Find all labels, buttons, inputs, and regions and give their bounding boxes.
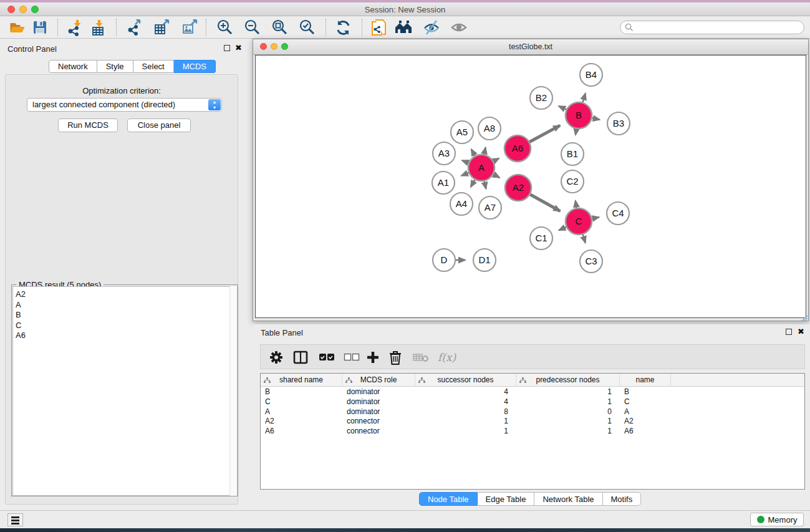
- edge-C-C1[interactable]: [559, 227, 566, 230]
- delete-column-icon[interactable]: [389, 348, 402, 367]
- edge-C-C4[interactable]: [592, 217, 599, 218]
- control-tab-style[interactable]: Style: [97, 60, 133, 73]
- network-canvas[interactable]: AA1A2A3A4A5A6A7A8BB1B2B3B4CC1C2C3C4DD1: [255, 55, 806, 318]
- table-cell[interactable]: A: [261, 407, 342, 417]
- table-tab-network-table[interactable]: Network Table: [534, 492, 602, 506]
- edge-B-B1[interactable]: [576, 129, 577, 135]
- save-session-icon[interactable]: [30, 18, 50, 37]
- table-row[interactable]: Bdominator41B: [261, 387, 804, 397]
- table-tab-node-table[interactable]: Node Table: [419, 492, 478, 506]
- show-columns-icon[interactable]: [293, 348, 308, 367]
- graph-node-C[interactable]: C: [566, 208, 592, 235]
- graph-node-A3[interactable]: A3: [433, 142, 455, 165]
- close-table-panel-icon[interactable]: ✖: [798, 329, 804, 335]
- graph-node-B2[interactable]: B2: [530, 87, 552, 109]
- zoom-selected-icon[interactable]: [297, 18, 317, 37]
- table-cell[interactable]: dominator: [342, 387, 415, 397]
- mcds-result-item[interactable]: C: [16, 321, 237, 331]
- network-window-titlebar[interactable]: testGlobe.txt: [253, 39, 808, 55]
- edge-A-A7[interactable]: [485, 181, 486, 188]
- delete-table-icon[interactable]: [413, 348, 429, 367]
- edge-B-B4[interactable]: [582, 94, 585, 102]
- export-network-icon[interactable]: [125, 18, 145, 37]
- task-history-button[interactable]: [7, 513, 23, 526]
- table-cell[interactable]: 1: [516, 397, 620, 407]
- export-table-icon[interactable]: [152, 18, 171, 37]
- zoom-fit-icon[interactable]: [270, 18, 290, 37]
- column-header-predecessor-nodes[interactable]: predecessor nodes: [516, 374, 620, 386]
- search-input[interactable]: [634, 23, 789, 32]
- show-panels-icon[interactable]: [449, 18, 469, 37]
- table-cell[interactable]: B: [620, 387, 671, 397]
- control-tab-select[interactable]: Select: [133, 60, 174, 73]
- column-header-shared-name[interactable]: shared name: [261, 374, 342, 386]
- node-table[interactable]: shared nameMCDS rolesuccessor nodesprede…: [260, 373, 805, 490]
- edge-A6-B[interactable]: [529, 125, 560, 142]
- graph-node-B1[interactable]: B1: [561, 143, 584, 165]
- graph-node-A[interactable]: A: [468, 155, 494, 181]
- table-cell[interactable]: dominator: [342, 397, 415, 407]
- close-panel-button[interactable]: Close panel: [127, 118, 191, 132]
- table-cell[interactable]: 1: [415, 416, 516, 426]
- export-image-icon[interactable]: [180, 18, 200, 37]
- close-panel-icon[interactable]: ✖: [235, 45, 242, 51]
- table-cell[interactable]: connector: [342, 426, 415, 436]
- column-header-MCDS-role[interactable]: MCDS role: [342, 374, 415, 386]
- graph-node-C4[interactable]: C4: [607, 202, 629, 225]
- table-cell[interactable]: 1: [415, 426, 516, 436]
- deselect-all-icon[interactable]: [344, 348, 360, 367]
- window-resize-handle[interactable]: [801, 313, 808, 321]
- select-all-icon[interactable]: [319, 348, 335, 367]
- table-cell[interactable]: 4: [415, 387, 516, 397]
- control-tab-mcds[interactable]: MCDS: [174, 60, 216, 73]
- float-panel-icon[interactable]: [224, 45, 230, 51]
- refresh-view-icon[interactable]: [333, 18, 353, 37]
- table-row[interactable]: A2connector11A2: [261, 416, 804, 426]
- column-header-name[interactable]: name: [620, 374, 671, 386]
- title-bar[interactable]: Session: New Session: [0, 2, 810, 16]
- import-network-icon[interactable]: [65, 18, 85, 37]
- memory-button[interactable]: Memory: [750, 513, 804, 526]
- hide-panels-icon[interactable]: [422, 18, 441, 37]
- table-cell[interactable]: 8: [415, 407, 516, 417]
- edge-A-A3[interactable]: [462, 160, 469, 163]
- mcds-result-item[interactable]: A: [16, 300, 237, 311]
- table-settings-gear-icon[interactable]: [269, 348, 283, 367]
- graph-node-C1[interactable]: C1: [530, 227, 552, 249]
- graph-node-C2[interactable]: C2: [561, 170, 584, 193]
- graph-node-B[interactable]: B: [566, 102, 592, 128]
- run-mcds-button[interactable]: Run MCDS: [58, 118, 118, 132]
- graph-node-A4[interactable]: A4: [450, 193, 473, 215]
- edge-A-A2[interactable]: [493, 174, 499, 177]
- table-cell[interactable]: C: [261, 397, 342, 407]
- table-cell[interactable]: 1: [516, 426, 620, 436]
- open-session-icon[interactable]: [7, 18, 27, 37]
- edge-A-A4[interactable]: [471, 180, 475, 187]
- result-scrollbar[interactable]: [229, 286, 237, 496]
- duplicate-network-icon[interactable]: [369, 18, 389, 37]
- table-cell[interactable]: B: [261, 387, 342, 397]
- function-builder-icon[interactable]: f(x): [438, 348, 456, 367]
- network-graph[interactable]: AA1A2A3A4A5A6A7A8BB1B2B3B4CC1C2C3C4DD1: [256, 56, 806, 317]
- table-row[interactable]: Adominator80A: [261, 407, 804, 417]
- graph-node-A6[interactable]: A6: [504, 135, 531, 162]
- edge-A-A6[interactable]: [493, 158, 499, 162]
- edge-B-B3[interactable]: [592, 118, 600, 119]
- graph-node-D[interactable]: D: [433, 249, 455, 271]
- graph-node-B3[interactable]: B3: [607, 112, 630, 135]
- column-header-successor-nodes[interactable]: successor nodes: [415, 374, 516, 386]
- graph-node-A7[interactable]: A7: [479, 196, 501, 219]
- table-cell[interactable]: A6: [261, 426, 342, 436]
- table-cell[interactable]: 1: [516, 416, 620, 426]
- import-table-icon[interactable]: [89, 18, 108, 37]
- table-cell[interactable]: A6: [620, 426, 671, 436]
- optimization-criterion-select[interactable]: largest connected component (directed) ▲…: [27, 98, 222, 112]
- table-tab-motifs[interactable]: Motifs: [603, 492, 642, 506]
- search-box[interactable]: [620, 21, 804, 34]
- graph-node-A2[interactable]: A2: [505, 175, 531, 201]
- graph-node-C3[interactable]: C3: [580, 250, 602, 273]
- table-cell[interactable]: A: [620, 407, 671, 417]
- graph-node-A1[interactable]: A1: [432, 172, 455, 194]
- mcds-result-item[interactable]: B: [16, 310, 237, 321]
- edge-A2-C[interactable]: [530, 195, 560, 211]
